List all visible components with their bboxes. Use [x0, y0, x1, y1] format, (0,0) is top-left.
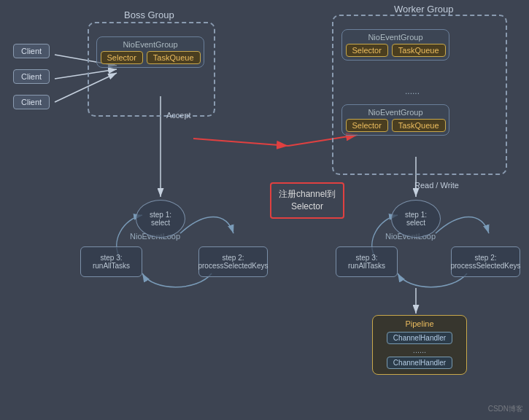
worker-neo1-label: NioEventGroup	[368, 33, 422, 42]
boss-nio-event-group: NioEventGroup Selector TaskQueue	[96, 36, 204, 68]
client-2: Client	[13, 69, 50, 84]
client-3: Client	[13, 95, 50, 109]
worker-dots-1: ......	[405, 86, 420, 96]
boss-neo-label: NioEventGroup	[123, 40, 177, 49]
diagram: Client Client Client Boss Group NioEvent…	[0, 0, 529, 420]
read-write-label: Read / Write	[414, 181, 459, 190]
worker-step1: step 1: select	[391, 200, 441, 238]
boss-step2: step 2: processSelectedKeys	[198, 246, 268, 277]
pipeline-dots: ......	[413, 346, 426, 354]
channel-handler-2: ChannelHandler	[387, 357, 452, 369]
worker-neo-1: NioEventGroup Selector TaskQueue	[341, 29, 449, 61]
pipeline-label: Pipeline	[405, 319, 433, 328]
accept-label: Accept	[166, 111, 191, 120]
boss-step1: step 1: select	[136, 200, 185, 238]
worker-group-label: Worker Group	[394, 4, 453, 15]
worker-step3: step 3: runAllTasks	[336, 246, 398, 277]
register-channel-box: 注册channel到 Selector	[270, 182, 344, 219]
worker-neo-2: NioEventGroup Selector TaskQueue	[341, 104, 449, 136]
worker-taskqueue-1: TaskQueue	[392, 44, 446, 57]
worker-selector-2: Selector	[346, 119, 388, 132]
worker-neo2-label: NioEventGroup	[368, 108, 422, 117]
worker-step2: step 2: processSelectedKeys	[451, 246, 520, 277]
channel-handler-1: ChannelHandler	[387, 332, 452, 344]
boss-taskqueue-box: TaskQueue	[147, 51, 201, 64]
client-1: Client	[13, 44, 50, 58]
svg-line-7	[193, 139, 288, 146]
boss-selector-box: Selector	[101, 51, 143, 64]
boss-group-label: Boss Group	[124, 9, 174, 20]
watermark: CSDN博客	[488, 404, 523, 414]
worker-selector-1: Selector	[346, 44, 388, 57]
worker-taskqueue-2: TaskQueue	[392, 119, 446, 132]
pipeline-box: Pipeline ChannelHandler ...... ChannelHa…	[372, 315, 467, 375]
boss-step3: step 3: runAllTasks	[80, 246, 142, 277]
